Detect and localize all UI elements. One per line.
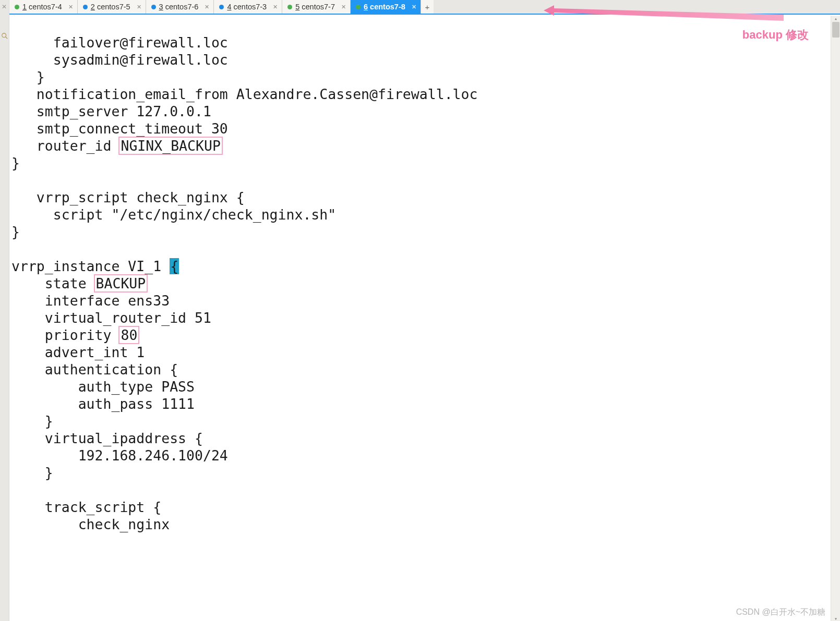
- add-tab-button[interactable]: +: [421, 0, 434, 14]
- cursor: {: [170, 258, 179, 274]
- watermark: CSDN @白开水~不加糖: [736, 607, 825, 618]
- code-line: state BACKUP: [11, 275, 147, 291]
- code-line: failover@firewall.loc: [11, 34, 228, 51]
- code-line: advert_int 1: [11, 344, 145, 360]
- code-line: sysadmin@firewall.loc: [11, 52, 228, 68]
- code-line: }: [11, 155, 20, 171]
- code-line: }: [11, 465, 53, 481]
- scroll-up-icon[interactable]: ▴: [833, 16, 838, 21]
- status-dot-icon: [15, 5, 19, 9]
- tab-centos7-6[interactable]: 3 centos7-6 ✕: [146, 0, 214, 14]
- code-line: authentication {: [11, 361, 178, 378]
- code-line: auth_pass 1111: [11, 396, 195, 412]
- tab-close-icon[interactable]: ✕: [137, 4, 141, 10]
- tab-close-icon[interactable]: ✕: [412, 4, 416, 10]
- scroll-thumb[interactable]: [832, 22, 839, 38]
- code-line: router_id NGINX_BACKUP: [11, 138, 222, 154]
- tab-centos7-4[interactable]: 1 centos7-4 ✕: [9, 0, 78, 14]
- tab-close-icon[interactable]: ✕: [341, 4, 346, 10]
- status-dot-icon: [287, 5, 292, 9]
- code-line: priority 80: [11, 327, 138, 343]
- code-line: interface ens33: [11, 293, 170, 309]
- code-line: }: [11, 224, 20, 240]
- search-icon[interactable]: [1, 32, 8, 40]
- status-dot-icon: [356, 5, 361, 9]
- svg-line-1: [6, 37, 8, 39]
- tab-close-icon[interactable]: ✕: [68, 4, 73, 10]
- left-gutter: ✕: [0, 0, 9, 621]
- highlight-priority: 80: [118, 326, 139, 344]
- tab-close-icon[interactable]: ✕: [273, 4, 278, 10]
- svg-point-0: [2, 33, 6, 38]
- code-line: auth_type PASS: [11, 379, 195, 395]
- tab-close-icon[interactable]: ✕: [205, 4, 209, 10]
- code-line: vrrp_script check_nginx {: [11, 189, 245, 205]
- code-line: check_nginx: [11, 516, 170, 532]
- status-dot-icon: [83, 5, 88, 9]
- vertical-scrollbar[interactable]: ▴ ▾: [831, 16, 840, 621]
- tab-centos7-5[interactable]: 2 centos7-5 ✕: [78, 0, 146, 14]
- tab-bar: 1 centos7-4 ✕ 2 centos7-5 ✕ 3 centos7-6 …: [9, 0, 840, 15]
- code-line: }: [11, 413, 53, 429]
- code-line: }: [11, 69, 45, 85]
- code-line: 192.168.246.100/24: [11, 447, 228, 464]
- annotation-text: backup 修改: [742, 27, 809, 43]
- status-dot-icon: [219, 5, 224, 9]
- code-line: virtual_ipaddress {: [11, 430, 203, 446]
- highlight-state: BACKUP: [94, 274, 148, 293]
- code-line: smtp_connect_timeout 30: [11, 120, 228, 137]
- terminal-editor[interactable]: failover@firewall.loc sysadmin@firewall.…: [11, 17, 840, 621]
- scroll-down-icon[interactable]: ▾: [833, 616, 838, 621]
- code-line: script "/etc/nginx/check_nginx.sh": [11, 206, 336, 223]
- code-line: virtual_router_id 51: [11, 310, 211, 326]
- close-icon[interactable]: ✕: [2, 3, 7, 10]
- status-dot-icon: [151, 5, 156, 9]
- highlight-router-id: NGINX_BACKUP: [118, 137, 222, 155]
- tab-centos7-7[interactable]: 5 centos7-7 ✕: [282, 0, 351, 14]
- code-line: vrrp_instance VI_1 {: [11, 258, 179, 274]
- code-line: track_script {: [11, 499, 161, 515]
- code-line: smtp_server 127.0.0.1: [11, 103, 211, 119]
- code-line: notification_email_from Alexandre.Cassen…: [11, 86, 477, 102]
- tab-centos7-3[interactable]: 4 centos7-3 ✕: [214, 0, 282, 14]
- tab-centos7-8[interactable]: 6 centos7-8 ✕: [351, 0, 421, 14]
